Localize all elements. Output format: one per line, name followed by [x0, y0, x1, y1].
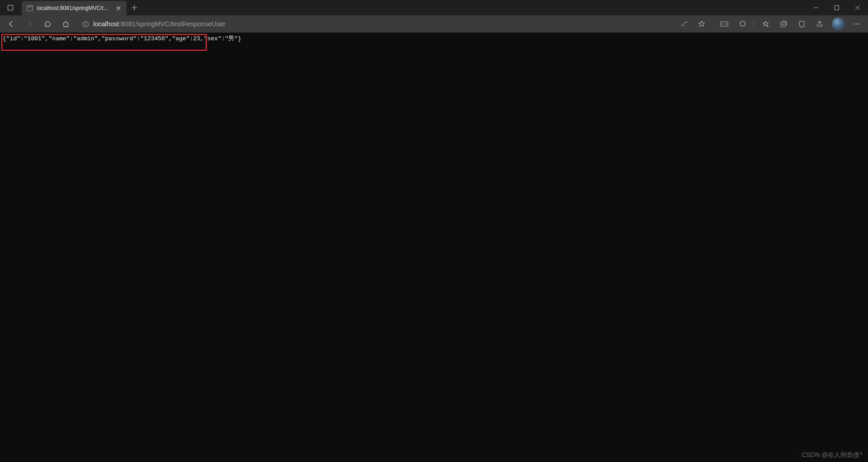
close-icon: [855, 5, 860, 10]
info-icon: [82, 21, 89, 28]
more-icon: [853, 20, 860, 28]
maximize-button[interactable]: [826, 0, 847, 15]
maximize-icon: [834, 5, 840, 10]
svg-rect-7: [721, 22, 728, 26]
favorites-button[interactable]: [757, 16, 774, 32]
tab-actions-icon: [7, 4, 14, 11]
arrow-left-icon: [7, 20, 15, 28]
svg-text:ᴺ: ᴺ: [687, 21, 688, 24]
response-body: {"id":"1001","name":"admin","password":"…: [3, 34, 865, 43]
star-icon: [698, 20, 705, 28]
page-content: {"id":"1001","name":"admin","password":"…: [0, 33, 868, 462]
svg-point-11: [854, 24, 855, 25]
svg-point-8: [722, 24, 723, 24]
site-info-button[interactable]: [81, 20, 90, 28]
url-text: localhost:8081/springMVC/testResponseUse…: [93, 20, 674, 28]
share-icon: [816, 20, 823, 28]
read-aloud-icon: ᴺ: [681, 21, 688, 27]
toolbar-separator: [754, 19, 754, 29]
svg-point-5: [85, 22, 86, 23]
collections-button[interactable]: [775, 16, 792, 32]
toolbar: localhost:8081/springMVC/testResponseUse…: [0, 15, 868, 33]
star-plus-icon: [762, 20, 769, 28]
toolbar-right: [716, 16, 865, 32]
tab-actions-button[interactable]: [0, 0, 22, 15]
svg-point-9: [725, 24, 726, 24]
browser-tab[interactable]: localhost:8081/springMVC/testResponseUse…: [22, 1, 127, 15]
favorite-button[interactable]: [695, 18, 708, 30]
close-icon: [116, 6, 121, 10]
titlebar: localhost:8081/springMVC/testResponseUse…: [0, 0, 868, 15]
window-controls: [806, 0, 868, 15]
settings-menu-button[interactable]: [848, 16, 865, 32]
watermark: CSDN @在人间负债^: [802, 451, 863, 459]
refresh-icon: [44, 20, 52, 28]
minimize-icon: [813, 5, 819, 10]
tab-close-button[interactable]: [115, 5, 122, 12]
svg-rect-2: [27, 5, 33, 11]
read-aloud-button[interactable]: ᴺ: [678, 18, 691, 30]
vpn-button[interactable]: [716, 16, 733, 32]
puzzle-icon: [739, 20, 746, 28]
collections-icon: [780, 20, 787, 28]
svg-point-12: [856, 24, 858, 25]
url-path: :8081/springMVC/testResponseUser: [119, 20, 225, 28]
new-tab-button[interactable]: [127, 0, 142, 15]
plus-icon: [131, 5, 137, 11]
address-bar[interactable]: localhost:8081/springMVC/testResponseUse…: [78, 17, 712, 31]
home-icon: [62, 20, 70, 28]
page-favicon-icon: [26, 5, 33, 12]
arrow-right-icon: [25, 20, 33, 28]
close-window-button[interactable]: [847, 0, 868, 15]
share-button[interactable]: [811, 16, 828, 32]
refresh-button[interactable]: [39, 16, 56, 32]
svg-rect-3: [835, 6, 839, 10]
shield-icon: [798, 20, 806, 28]
titlebar-drag-area[interactable]: [142, 0, 806, 15]
back-button[interactable]: [3, 16, 20, 32]
forward-button: [21, 16, 38, 32]
profile-avatar[interactable]: [832, 18, 844, 30]
url-host: localhost: [93, 20, 119, 28]
vpn-icon: [720, 21, 728, 27]
tab-title: localhost:8081/springMVC/testResponseUse…: [37, 5, 111, 11]
svg-point-13: [859, 24, 860, 25]
minimize-button[interactable]: [806, 0, 826, 15]
home-button[interactable]: [57, 16, 74, 32]
extensions-button[interactable]: [734, 16, 751, 32]
performance-button[interactable]: [793, 16, 810, 32]
